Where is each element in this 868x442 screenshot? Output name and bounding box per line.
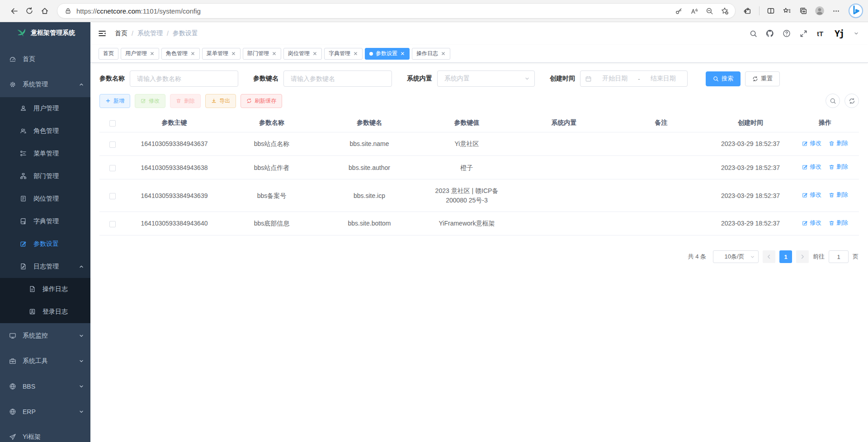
fullscreen-icon[interactable] [799, 29, 808, 38]
sidebar-item-erp[interactable]: ERP [0, 399, 90, 424]
url-text[interactable]: https://ccnetcore.com:1101/system/config [76, 7, 672, 15]
table-row[interactable]: 1641030593384943640 bbs底部信息 bbs.site.bot… [99, 212, 859, 235]
sidebar-item-system[interactable]: 系统管理 [0, 72, 90, 97]
extensions-icon[interactable] [740, 3, 755, 19]
bing-chat-icon[interactable] [848, 3, 863, 19]
breadcrumb-home[interactable]: 首页 [115, 29, 127, 38]
tab-home[interactable]: 首页 [99, 48, 118, 60]
row-delete-link[interactable]: 删除 [829, 219, 848, 227]
split-screen-icon[interactable] [763, 3, 778, 19]
tab-users[interactable]: 用户管理 [121, 48, 159, 60]
row-delete-link[interactable]: 删除 [829, 191, 848, 199]
sidebar-item-logs[interactable]: 日志管理 [0, 255, 90, 278]
profile-avatar-icon[interactable] [812, 3, 827, 19]
reset-button[interactable]: 重置 [745, 71, 780, 86]
tab-departments[interactable]: 部门管理 [243, 48, 281, 60]
search-button[interactable]: 搜索 [706, 71, 741, 86]
close-icon[interactable] [400, 51, 405, 56]
zoom-out-icon[interactable] [703, 4, 716, 18]
refresh-cache-button[interactable]: 刷新缓存 [241, 94, 282, 108]
tab-label: 角色管理 [166, 50, 188, 57]
row-checkbox[interactable] [109, 221, 116, 227]
tab-posts[interactable]: 岗位管理 [283, 48, 322, 60]
back-icon[interactable] [6, 3, 22, 19]
favorite-add-icon[interactable] [718, 4, 731, 18]
breadcrumb-system[interactable]: 系统管理 [137, 29, 163, 38]
next-page-button[interactable] [796, 250, 809, 263]
close-icon[interactable] [441, 51, 446, 56]
tab-operation-log[interactable]: 操作日志 [412, 48, 450, 60]
builtin-select[interactable]: 系统内置 [437, 71, 535, 87]
close-icon[interactable] [272, 51, 277, 56]
sidebar-item-departments[interactable]: 部门管理 [0, 165, 90, 188]
close-icon[interactable] [190, 51, 195, 56]
more-icon[interactable] [828, 3, 844, 19]
page-size-select[interactable]: 10条/页 [713, 250, 759, 263]
favorites-bar-icon[interactable] [779, 3, 795, 19]
table-row[interactable]: 1641030593384943638 bbs站点作者 bbs.site.aut… [99, 156, 859, 179]
font-size-icon[interactable]: tT [816, 29, 825, 38]
row-checkbox[interactable] [109, 193, 116, 199]
sidebar-item-roles[interactable]: 角色管理 [0, 120, 90, 142]
home-icon[interactable] [37, 3, 52, 19]
lock-icon[interactable] [64, 7, 72, 15]
row-checkbox[interactable] [109, 165, 116, 171]
read-aloud-icon[interactable] [687, 4, 701, 18]
user-logo[interactable]: Yj [832, 27, 846, 40]
row-delete-link[interactable]: 删除 [829, 163, 848, 171]
select-all-checkbox[interactable] [109, 120, 116, 127]
close-icon[interactable] [231, 51, 236, 56]
sidebar-item-yi-framework[interactable]: Yi框架 [0, 424, 90, 442]
col-param-value: 参数键值 [418, 114, 515, 132]
goto-page-input[interactable] [829, 250, 849, 263]
date-range-picker[interactable]: 开始日期 - 结束日期 [580, 71, 688, 87]
sidebar-item-dictionary[interactable]: 字典管理 [0, 210, 90, 233]
sidebar-item-tools[interactable]: 系统工具 [0, 348, 90, 374]
tab-roles[interactable]: 角色管理 [161, 48, 200, 60]
sidebar-item-menus[interactable]: 菜单管理 [0, 142, 90, 165]
param-key-input[interactable] [283, 71, 392, 87]
row-delete-link[interactable]: 删除 [829, 139, 848, 148]
table-row[interactable]: 1641030593384943637 bbs站点名称 bbs.site.nam… [99, 132, 859, 156]
key-icon[interactable] [672, 4, 685, 18]
tab-dictionary[interactable]: 字典管理 [324, 48, 363, 60]
tab-menus[interactable]: 菜单管理 [202, 48, 241, 60]
tab-config[interactable]: 参数设置 [365, 48, 410, 60]
table-row[interactable]: 1641030593384943639 bbs备案号 bbs.site.icp … [99, 179, 859, 212]
github-icon[interactable] [765, 29, 774, 38]
sidebar-item-operation-log[interactable]: 操作日志 [0, 278, 90, 301]
sidebar-collapse-icon[interactable] [98, 28, 108, 38]
add-button[interactable]: 新增 [99, 94, 130, 108]
close-icon[interactable] [353, 51, 358, 56]
sidebar-item-login-log[interactable]: 登录日志 [0, 301, 90, 323]
param-name-input[interactable] [130, 71, 238, 87]
sidebar-item-monitor[interactable]: 系统监控 [0, 323, 90, 348]
row-edit-link[interactable]: 修改 [802, 163, 821, 171]
close-icon[interactable] [312, 51, 317, 56]
close-icon[interactable] [150, 51, 155, 56]
show-search-toggle-button[interactable] [826, 94, 840, 108]
edit-button[interactable]: 修改 [135, 94, 165, 108]
row-edit-link[interactable]: 修改 [802, 191, 821, 199]
search-icon[interactable] [749, 29, 758, 38]
sidebar-item-config[interactable]: 参数设置 [0, 233, 90, 255]
refresh-icon[interactable] [22, 3, 37, 19]
delete-button[interactable]: 删除 [170, 94, 201, 108]
sidebar-item-users[interactable]: 用户管理 [0, 97, 90, 120]
page-number-current[interactable]: 1 [779, 250, 792, 263]
sidebar-item-bbs[interactable]: BBS [0, 374, 90, 399]
tab-label: 部门管理 [247, 50, 269, 57]
row-edit-link[interactable]: 修改 [802, 139, 821, 148]
help-icon[interactable] [782, 29, 791, 38]
chevron-down-icon[interactable] [854, 31, 859, 36]
sidebar-item-home[interactable]: 首页 [0, 47, 90, 72]
collections-icon[interactable] [796, 3, 811, 19]
row-edit-link[interactable]: 修改 [802, 219, 821, 227]
row-checkbox[interactable] [109, 141, 116, 148]
prev-page-button[interactable] [763, 250, 775, 263]
refresh-table-button[interactable] [844, 94, 859, 108]
sidebar-item-posts[interactable]: 岗位管理 [0, 188, 90, 210]
export-button[interactable]: 导出 [205, 94, 236, 108]
edit-icon [20, 240, 27, 248]
address-bar[interactable]: https://ccnetcore.com:1101/system/config [57, 3, 736, 19]
